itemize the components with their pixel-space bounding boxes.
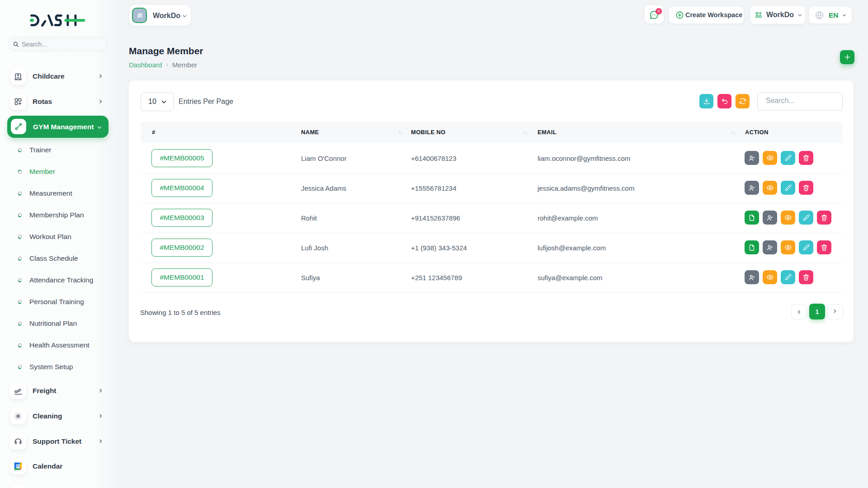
svg-text:31: 31 <box>16 464 20 468</box>
